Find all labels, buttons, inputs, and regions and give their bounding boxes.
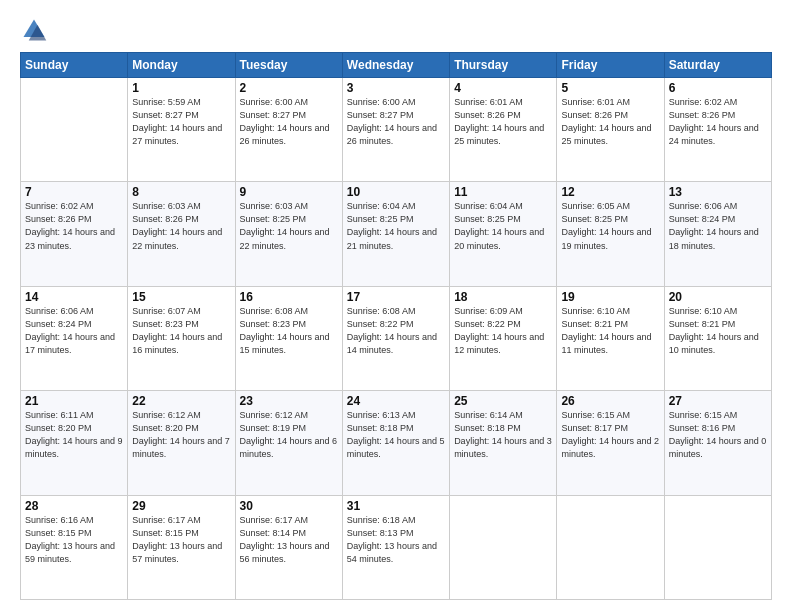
day-info: Sunrise: 6:05 AMSunset: 8:25 PMDaylight:… (561, 200, 659, 252)
day-number: 18 (454, 290, 552, 304)
calendar-cell: 24Sunrise: 6:13 AMSunset: 8:18 PMDayligh… (342, 391, 449, 495)
calendar-header-monday: Monday (128, 53, 235, 78)
day-info: Sunrise: 6:17 AMSunset: 8:15 PMDaylight:… (132, 514, 230, 566)
day-info: Sunrise: 6:04 AMSunset: 8:25 PMDaylight:… (347, 200, 445, 252)
calendar-table: SundayMondayTuesdayWednesdayThursdayFrid… (20, 52, 772, 600)
calendar-header-wednesday: Wednesday (342, 53, 449, 78)
page: SundayMondayTuesdayWednesdayThursdayFrid… (0, 0, 792, 612)
day-number: 21 (25, 394, 123, 408)
calendar-week-2: 7Sunrise: 6:02 AMSunset: 8:26 PMDaylight… (21, 182, 772, 286)
calendar-cell: 31Sunrise: 6:18 AMSunset: 8:13 PMDayligh… (342, 495, 449, 599)
calendar-cell: 8Sunrise: 6:03 AMSunset: 8:26 PMDaylight… (128, 182, 235, 286)
calendar-cell: 7Sunrise: 6:02 AMSunset: 8:26 PMDaylight… (21, 182, 128, 286)
day-info: Sunrise: 6:17 AMSunset: 8:14 PMDaylight:… (240, 514, 338, 566)
day-number: 28 (25, 499, 123, 513)
day-number: 7 (25, 185, 123, 199)
day-info: Sunrise: 6:09 AMSunset: 8:22 PMDaylight:… (454, 305, 552, 357)
day-number: 17 (347, 290, 445, 304)
day-info: Sunrise: 6:04 AMSunset: 8:25 PMDaylight:… (454, 200, 552, 252)
calendar-week-4: 21Sunrise: 6:11 AMSunset: 8:20 PMDayligh… (21, 391, 772, 495)
day-info: Sunrise: 6:06 AMSunset: 8:24 PMDaylight:… (25, 305, 123, 357)
day-info: Sunrise: 6:03 AMSunset: 8:26 PMDaylight:… (132, 200, 230, 252)
calendar-cell: 11Sunrise: 6:04 AMSunset: 8:25 PMDayligh… (450, 182, 557, 286)
calendar-cell: 26Sunrise: 6:15 AMSunset: 8:17 PMDayligh… (557, 391, 664, 495)
calendar-header-tuesday: Tuesday (235, 53, 342, 78)
calendar-cell: 3Sunrise: 6:00 AMSunset: 8:27 PMDaylight… (342, 78, 449, 182)
day-number: 30 (240, 499, 338, 513)
calendar-cell: 28Sunrise: 6:16 AMSunset: 8:15 PMDayligh… (21, 495, 128, 599)
day-number: 14 (25, 290, 123, 304)
calendar-cell: 21Sunrise: 6:11 AMSunset: 8:20 PMDayligh… (21, 391, 128, 495)
day-info: Sunrise: 6:12 AMSunset: 8:20 PMDaylight:… (132, 409, 230, 461)
day-info: Sunrise: 6:14 AMSunset: 8:18 PMDaylight:… (454, 409, 552, 461)
header (20, 16, 772, 44)
calendar-week-5: 28Sunrise: 6:16 AMSunset: 8:15 PMDayligh… (21, 495, 772, 599)
day-number: 23 (240, 394, 338, 408)
calendar-cell: 12Sunrise: 6:05 AMSunset: 8:25 PMDayligh… (557, 182, 664, 286)
day-number: 1 (132, 81, 230, 95)
day-info: Sunrise: 6:02 AMSunset: 8:26 PMDaylight:… (669, 96, 767, 148)
day-number: 3 (347, 81, 445, 95)
day-number: 13 (669, 185, 767, 199)
day-info: Sunrise: 6:10 AMSunset: 8:21 PMDaylight:… (669, 305, 767, 357)
day-number: 6 (669, 81, 767, 95)
calendar-cell: 20Sunrise: 6:10 AMSunset: 8:21 PMDayligh… (664, 286, 771, 390)
day-info: Sunrise: 6:01 AMSunset: 8:26 PMDaylight:… (561, 96, 659, 148)
day-info: Sunrise: 6:00 AMSunset: 8:27 PMDaylight:… (347, 96, 445, 148)
day-info: Sunrise: 6:07 AMSunset: 8:23 PMDaylight:… (132, 305, 230, 357)
day-info: Sunrise: 6:13 AMSunset: 8:18 PMDaylight:… (347, 409, 445, 461)
day-info: Sunrise: 6:15 AMSunset: 8:17 PMDaylight:… (561, 409, 659, 461)
day-number: 15 (132, 290, 230, 304)
day-info: Sunrise: 6:03 AMSunset: 8:25 PMDaylight:… (240, 200, 338, 252)
calendar-cell: 29Sunrise: 6:17 AMSunset: 8:15 PMDayligh… (128, 495, 235, 599)
calendar-header-saturday: Saturday (664, 53, 771, 78)
calendar-cell (664, 495, 771, 599)
day-number: 22 (132, 394, 230, 408)
day-number: 2 (240, 81, 338, 95)
calendar-week-3: 14Sunrise: 6:06 AMSunset: 8:24 PMDayligh… (21, 286, 772, 390)
calendar-cell: 6Sunrise: 6:02 AMSunset: 8:26 PMDaylight… (664, 78, 771, 182)
day-number: 10 (347, 185, 445, 199)
day-info: Sunrise: 6:00 AMSunset: 8:27 PMDaylight:… (240, 96, 338, 148)
day-number: 8 (132, 185, 230, 199)
day-number: 26 (561, 394, 659, 408)
calendar-cell: 23Sunrise: 6:12 AMSunset: 8:19 PMDayligh… (235, 391, 342, 495)
day-number: 20 (669, 290, 767, 304)
calendar-cell: 10Sunrise: 6:04 AMSunset: 8:25 PMDayligh… (342, 182, 449, 286)
calendar-cell (21, 78, 128, 182)
day-info: Sunrise: 6:01 AMSunset: 8:26 PMDaylight:… (454, 96, 552, 148)
day-info: Sunrise: 5:59 AMSunset: 8:27 PMDaylight:… (132, 96, 230, 148)
calendar-cell: 15Sunrise: 6:07 AMSunset: 8:23 PMDayligh… (128, 286, 235, 390)
day-number: 24 (347, 394, 445, 408)
day-info: Sunrise: 6:08 AMSunset: 8:23 PMDaylight:… (240, 305, 338, 357)
calendar-cell: 18Sunrise: 6:09 AMSunset: 8:22 PMDayligh… (450, 286, 557, 390)
day-info: Sunrise: 6:02 AMSunset: 8:26 PMDaylight:… (25, 200, 123, 252)
day-info: Sunrise: 6:12 AMSunset: 8:19 PMDaylight:… (240, 409, 338, 461)
calendar-cell: 19Sunrise: 6:10 AMSunset: 8:21 PMDayligh… (557, 286, 664, 390)
calendar-cell: 25Sunrise: 6:14 AMSunset: 8:18 PMDayligh… (450, 391, 557, 495)
calendar-cell: 13Sunrise: 6:06 AMSunset: 8:24 PMDayligh… (664, 182, 771, 286)
calendar-cell: 4Sunrise: 6:01 AMSunset: 8:26 PMDaylight… (450, 78, 557, 182)
calendar-cell: 14Sunrise: 6:06 AMSunset: 8:24 PMDayligh… (21, 286, 128, 390)
day-info: Sunrise: 6:08 AMSunset: 8:22 PMDaylight:… (347, 305, 445, 357)
day-number: 27 (669, 394, 767, 408)
calendar-week-1: 1Sunrise: 5:59 AMSunset: 8:27 PMDaylight… (21, 78, 772, 182)
day-number: 11 (454, 185, 552, 199)
day-number: 19 (561, 290, 659, 304)
calendar-cell (450, 495, 557, 599)
calendar-cell: 9Sunrise: 6:03 AMSunset: 8:25 PMDaylight… (235, 182, 342, 286)
calendar-cell: 17Sunrise: 6:08 AMSunset: 8:22 PMDayligh… (342, 286, 449, 390)
calendar-cell: 30Sunrise: 6:17 AMSunset: 8:14 PMDayligh… (235, 495, 342, 599)
calendar-cell: 5Sunrise: 6:01 AMSunset: 8:26 PMDaylight… (557, 78, 664, 182)
day-info: Sunrise: 6:16 AMSunset: 8:15 PMDaylight:… (25, 514, 123, 566)
calendar-header-row: SundayMondayTuesdayWednesdayThursdayFrid… (21, 53, 772, 78)
calendar-header-friday: Friday (557, 53, 664, 78)
logo (20, 16, 52, 44)
calendar-header-sunday: Sunday (21, 53, 128, 78)
day-info: Sunrise: 6:10 AMSunset: 8:21 PMDaylight:… (561, 305, 659, 357)
calendar-header-thursday: Thursday (450, 53, 557, 78)
day-number: 9 (240, 185, 338, 199)
day-number: 29 (132, 499, 230, 513)
day-info: Sunrise: 6:18 AMSunset: 8:13 PMDaylight:… (347, 514, 445, 566)
day-info: Sunrise: 6:06 AMSunset: 8:24 PMDaylight:… (669, 200, 767, 252)
